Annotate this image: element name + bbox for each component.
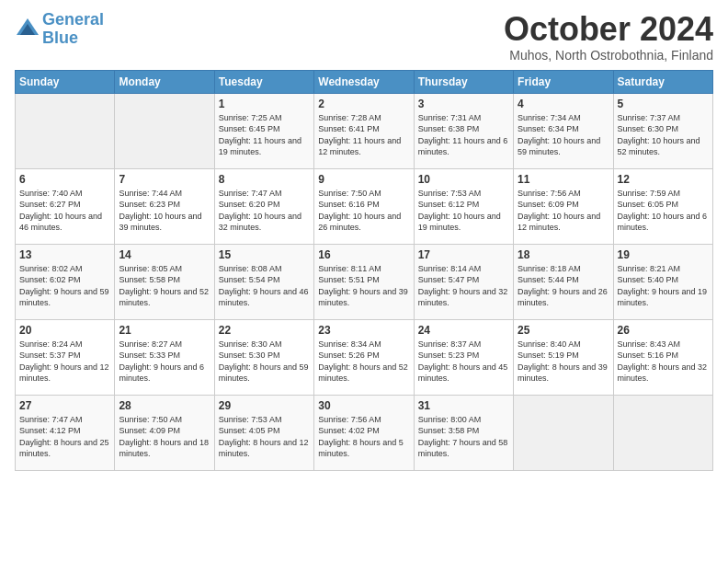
col-tuesday: Tuesday <box>214 70 313 93</box>
day-number: 24 <box>418 324 509 337</box>
day-number: 8 <box>219 173 310 186</box>
day-number: 7 <box>119 173 210 186</box>
calendar-day: 23Sunrise: 8:34 AM Sunset: 5:26 PM Dayli… <box>314 319 414 395</box>
calendar-day: 26Sunrise: 8:43 AM Sunset: 5:16 PM Dayli… <box>613 319 712 395</box>
day-number: 4 <box>518 98 609 110</box>
day-number: 10 <box>418 173 509 186</box>
col-thursday: Thursday <box>414 70 513 93</box>
calendar-day: 15Sunrise: 8:08 AM Sunset: 5:54 PM Dayli… <box>214 244 313 319</box>
day-info: Sunrise: 7:50 AM Sunset: 4:09 PM Dayligh… <box>119 414 210 460</box>
day-info: Sunrise: 8:24 AM Sunset: 5:37 PM Dayligh… <box>19 339 110 385</box>
calendar-day: 18Sunrise: 8:18 AM Sunset: 5:44 PM Dayli… <box>514 244 613 319</box>
day-number: 26 <box>618 324 709 337</box>
logo-line1: General <box>42 10 104 29</box>
day-number: 5 <box>618 98 709 110</box>
day-info: Sunrise: 7:53 AM Sunset: 6:12 PM Dayligh… <box>418 188 509 234</box>
calendar-day: 6Sunrise: 7:40 AM Sunset: 6:27 PM Daylig… <box>16 168 115 244</box>
day-info: Sunrise: 7:56 AM Sunset: 4:02 PM Dayligh… <box>318 414 409 460</box>
calendar-day: 3Sunrise: 7:31 AM Sunset: 6:38 PM Daylig… <box>414 93 513 168</box>
calendar-day <box>514 395 613 470</box>
day-number: 11 <box>518 173 609 186</box>
day-info: Sunrise: 8:40 AM Sunset: 5:19 PM Dayligh… <box>518 339 609 385</box>
header-row: Sunday Monday Tuesday Wednesday Thursday… <box>16 70 713 93</box>
col-friday: Friday <box>514 70 613 93</box>
day-number: 1 <box>219 98 310 110</box>
day-info: Sunrise: 7:50 AM Sunset: 6:16 PM Dayligh… <box>318 188 409 234</box>
day-info: Sunrise: 8:34 AM Sunset: 5:26 PM Dayligh… <box>318 339 409 385</box>
day-number: 17 <box>418 248 509 261</box>
month-title: October 2024 <box>504 11 713 48</box>
day-number: 19 <box>618 248 709 261</box>
day-number: 25 <box>518 324 609 337</box>
day-info: Sunrise: 7:34 AM Sunset: 6:34 PM Dayligh… <box>518 112 609 158</box>
day-info: Sunrise: 7:56 AM Sunset: 6:09 PM Dayligh… <box>518 188 609 234</box>
day-number: 29 <box>219 399 310 412</box>
calendar-day: 13Sunrise: 8:02 AM Sunset: 6:02 PM Dayli… <box>16 244 115 319</box>
day-number: 20 <box>19 324 110 337</box>
day-number: 15 <box>219 248 310 261</box>
day-number: 27 <box>19 399 110 412</box>
col-saturday: Saturday <box>613 70 712 93</box>
calendar-day: 28Sunrise: 7:50 AM Sunset: 4:09 PM Dayli… <box>115 395 214 470</box>
calendar-day: 17Sunrise: 8:14 AM Sunset: 5:47 PM Dayli… <box>414 244 513 319</box>
day-number: 2 <box>318 98 409 110</box>
day-info: Sunrise: 8:21 AM Sunset: 5:40 PM Dayligh… <box>618 263 709 309</box>
day-info: Sunrise: 7:37 AM Sunset: 6:30 PM Dayligh… <box>618 112 709 158</box>
header: General Blue October 2024 Muhos, North O… <box>15 11 713 63</box>
day-info: Sunrise: 7:28 AM Sunset: 6:41 PM Dayligh… <box>318 112 409 158</box>
calendar-day: 19Sunrise: 8:21 AM Sunset: 5:40 PM Dayli… <box>613 244 712 319</box>
calendar-day: 2Sunrise: 7:28 AM Sunset: 6:41 PM Daylig… <box>314 93 414 168</box>
calendar-day: 21Sunrise: 8:27 AM Sunset: 5:33 PM Dayli… <box>115 319 214 395</box>
day-info: Sunrise: 7:40 AM Sunset: 6:27 PM Dayligh… <box>19 188 110 234</box>
logo-text: General Blue <box>42 11 104 48</box>
day-info: Sunrise: 8:08 AM Sunset: 5:54 PM Dayligh… <box>219 263 310 309</box>
calendar-day: 5Sunrise: 7:37 AM Sunset: 6:30 PM Daylig… <box>613 93 712 168</box>
calendar-day: 20Sunrise: 8:24 AM Sunset: 5:37 PM Dayli… <box>16 319 115 395</box>
day-info: Sunrise: 8:27 AM Sunset: 5:33 PM Dayligh… <box>119 339 210 385</box>
day-number: 22 <box>219 324 310 337</box>
calendar-day: 31Sunrise: 8:00 AM Sunset: 3:58 PM Dayli… <box>414 395 513 470</box>
day-info: Sunrise: 7:59 AM Sunset: 6:05 PM Dayligh… <box>618 188 709 234</box>
day-info: Sunrise: 7:47 AM Sunset: 6:20 PM Dayligh… <box>219 188 310 234</box>
calendar-day: 9Sunrise: 7:50 AM Sunset: 6:16 PM Daylig… <box>314 168 414 244</box>
day-info: Sunrise: 7:44 AM Sunset: 6:23 PM Dayligh… <box>119 188 210 234</box>
day-number: 31 <box>418 399 509 412</box>
calendar-day <box>613 395 712 470</box>
calendar-day: 4Sunrise: 7:34 AM Sunset: 6:34 PM Daylig… <box>514 93 613 168</box>
calendar-day: 11Sunrise: 7:56 AM Sunset: 6:09 PM Dayli… <box>514 168 613 244</box>
day-info: Sunrise: 7:47 AM Sunset: 4:12 PM Dayligh… <box>19 414 110 460</box>
day-number: 3 <box>418 98 509 110</box>
day-info: Sunrise: 8:05 AM Sunset: 5:58 PM Dayligh… <box>119 263 210 309</box>
day-number: 16 <box>318 248 409 261</box>
calendar-day: 22Sunrise: 8:30 AM Sunset: 5:30 PM Dayli… <box>214 319 313 395</box>
calendar-day: 24Sunrise: 8:37 AM Sunset: 5:23 PM Dayli… <box>414 319 513 395</box>
calendar-day: 1Sunrise: 7:25 AM Sunset: 6:45 PM Daylig… <box>214 93 313 168</box>
day-info: Sunrise: 8:37 AM Sunset: 5:23 PM Dayligh… <box>418 339 509 385</box>
calendar-day: 25Sunrise: 8:40 AM Sunset: 5:19 PM Dayli… <box>514 319 613 395</box>
calendar-week-1: 1Sunrise: 7:25 AM Sunset: 6:45 PM Daylig… <box>16 93 713 168</box>
day-number: 6 <box>19 173 110 186</box>
day-info: Sunrise: 8:14 AM Sunset: 5:47 PM Dayligh… <box>418 263 509 309</box>
calendar-day: 16Sunrise: 8:11 AM Sunset: 5:51 PM Dayli… <box>314 244 414 319</box>
calendar-table: Sunday Monday Tuesday Wednesday Thursday… <box>15 70 713 471</box>
calendar-day: 8Sunrise: 7:47 AM Sunset: 6:20 PM Daylig… <box>214 168 313 244</box>
day-info: Sunrise: 7:25 AM Sunset: 6:45 PM Dayligh… <box>219 112 310 158</box>
calendar-day: 10Sunrise: 7:53 AM Sunset: 6:12 PM Dayli… <box>414 168 513 244</box>
calendar-week-4: 20Sunrise: 8:24 AM Sunset: 5:37 PM Dayli… <box>16 319 713 395</box>
day-info: Sunrise: 8:18 AM Sunset: 5:44 PM Dayligh… <box>518 263 609 309</box>
day-number: 21 <box>119 324 210 337</box>
calendar-day: 29Sunrise: 7:53 AM Sunset: 4:05 PM Dayli… <box>214 395 313 470</box>
day-info: Sunrise: 8:43 AM Sunset: 5:16 PM Dayligh… <box>618 339 709 385</box>
calendar-day: 7Sunrise: 7:44 AM Sunset: 6:23 PM Daylig… <box>115 168 214 244</box>
logo-line2: Blue <box>42 29 78 47</box>
day-number: 23 <box>318 324 409 337</box>
day-info: Sunrise: 7:53 AM Sunset: 4:05 PM Dayligh… <box>219 414 310 460</box>
col-sunday: Sunday <box>16 70 115 93</box>
col-monday: Monday <box>115 70 214 93</box>
calendar-day: 14Sunrise: 8:05 AM Sunset: 5:58 PM Dayli… <box>115 244 214 319</box>
day-info: Sunrise: 8:02 AM Sunset: 6:02 PM Dayligh… <box>19 263 110 309</box>
col-wednesday: Wednesday <box>314 70 414 93</box>
day-info: Sunrise: 8:30 AM Sunset: 5:30 PM Dayligh… <box>219 339 310 385</box>
day-number: 30 <box>318 399 409 412</box>
day-number: 14 <box>119 248 210 261</box>
